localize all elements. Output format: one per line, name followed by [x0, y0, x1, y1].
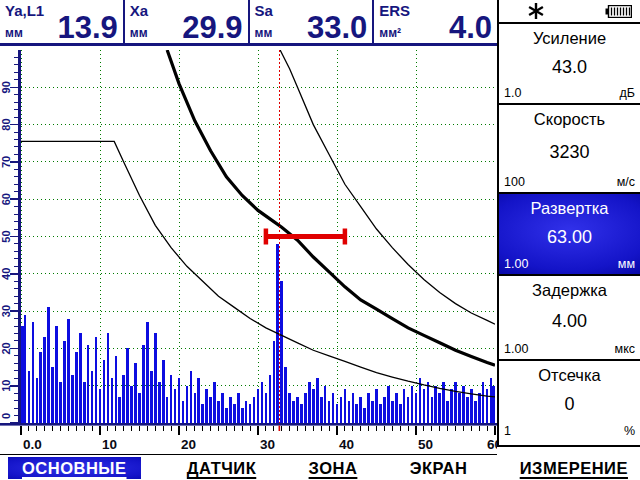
readout-unit: мм [130, 26, 148, 40]
svg-text:60: 60 [0, 193, 12, 205]
param-unit: % [624, 424, 635, 438]
param-value: 43.0 [504, 57, 635, 78]
svg-text:20: 20 [0, 342, 12, 354]
param-gain[interactable]: Усиление 43.0 1.0 дБ [499, 24, 640, 105]
svg-text:0: 0 [0, 413, 12, 419]
readout-unit: мм [255, 26, 273, 40]
param-step: 1.00 [504, 257, 528, 271]
readout-value: 29.9 [182, 11, 242, 45]
svg-text:70: 70 [0, 156, 12, 168]
svg-text:60: 60 [487, 437, 497, 452]
param-reject[interactable]: Отсечка 0 1 % [499, 361, 640, 441]
param-title: Отсечка [504, 366, 635, 385]
dac-main [167, 50, 495, 365]
parameter-sidebar: Усиление 43.0 1.0 дБ Скорость 3230 100 м… [497, 0, 640, 447]
battery-icon [605, 5, 632, 18]
measurement-bar: Ya,L1 мм 13.9 Xa мм 29.9 Sa мм 33.0 ERS … [0, 0, 497, 46]
y-axis: 0102030405060708090 [0, 50, 21, 423]
status-bar [499, 0, 640, 24]
flaw-detector-screen: Ya,L1 мм 13.9 Xa мм 29.9 Sa мм 33.0 ERS … [0, 0, 640, 480]
param-title: Развертка [504, 199, 635, 218]
svg-text:30: 30 [260, 437, 275, 452]
svg-text:40: 40 [339, 437, 354, 452]
svg-text:40: 40 [0, 268, 12, 280]
param-step: 100 [504, 175, 525, 189]
svg-text:10: 10 [102, 437, 117, 452]
readout-unit: мм² [379, 26, 401, 40]
svg-text:90: 90 [0, 81, 12, 93]
menu-tab-datchik[interactable]: ДАТЧИК [181, 457, 262, 479]
svg-text:50: 50 [0, 230, 12, 242]
param-unit: м/с [617, 175, 635, 189]
svg-text:30: 30 [0, 305, 12, 317]
readout-ya-l1: Ya,L1 мм 13.9 [0, 0, 125, 43]
svg-text:50: 50 [418, 437, 433, 452]
dac-plus6db [280, 50, 495, 324]
param-unit: мкс [615, 342, 635, 356]
param-value: 3230 [504, 142, 635, 163]
readout-value: 4.0 [449, 11, 492, 45]
readout-sa: Sa мм 33.0 [250, 0, 375, 43]
svg-text:0.0: 0.0 [23, 437, 42, 452]
param-range[interactable]: Развертка 63.00 1.00 мм [499, 194, 640, 276]
readout-value: 33.0 [307, 11, 367, 45]
menu-tab-zona[interactable]: ЗОНА [303, 457, 364, 479]
param-value: 63.00 [504, 227, 635, 248]
x-axis: 0.0102030405060 [0, 423, 497, 455]
param-unit: дБ [620, 86, 636, 100]
asterisk-status-icon [527, 2, 545, 20]
param-velocity[interactable]: Скорость 3230 100 м/с [499, 105, 640, 194]
readout-value: 13.9 [57, 11, 117, 45]
param-value: 4.00 [504, 311, 635, 332]
readout-label: Xa [130, 2, 148, 19]
menu-tab-ekran[interactable]: ЭКРАН [404, 457, 474, 479]
main-menu: ОСНОВНЫЕ ДАТЧИК ЗОНА ЭКРАН ИЗМЕРЕНИЕ [0, 456, 640, 480]
ascan-plot-area: 0102030405060708090 [0, 50, 497, 423]
param-step: 1.0 [504, 86, 521, 100]
readout-xa: Xa мм 29.9 [125, 0, 250, 43]
svg-text:10: 10 [0, 380, 12, 392]
param-title: Скорость [504, 110, 635, 129]
gate[interactable] [266, 229, 345, 245]
readout-label: ERS [379, 2, 410, 19]
menu-tab-osnovnye[interactable]: ОСНОВНЫЕ [8, 457, 141, 479]
param-value: 0 [504, 394, 635, 415]
param-unit: мм [618, 257, 635, 271]
readout-unit: мм [5, 26, 23, 40]
readout-label: Ya,L1 [5, 2, 44, 19]
readout-label: Sa [255, 2, 273, 19]
param-title: Задержка [504, 281, 635, 300]
param-delay[interactable]: Задержка 4.00 1.00 мкс [499, 276, 640, 361]
ascan-waveform [21, 50, 495, 423]
param-step: 1.00 [504, 342, 528, 356]
param-step: 1 [504, 424, 511, 438]
menu-tab-izmerenie[interactable]: ИЗМЕРЕНИЕ [514, 457, 634, 479]
readout-ers: ERS мм² 4.0 [374, 0, 497, 43]
svg-text:20: 20 [181, 437, 196, 452]
param-title: Усиление [504, 29, 635, 48]
svg-text:80: 80 [0, 118, 12, 130]
